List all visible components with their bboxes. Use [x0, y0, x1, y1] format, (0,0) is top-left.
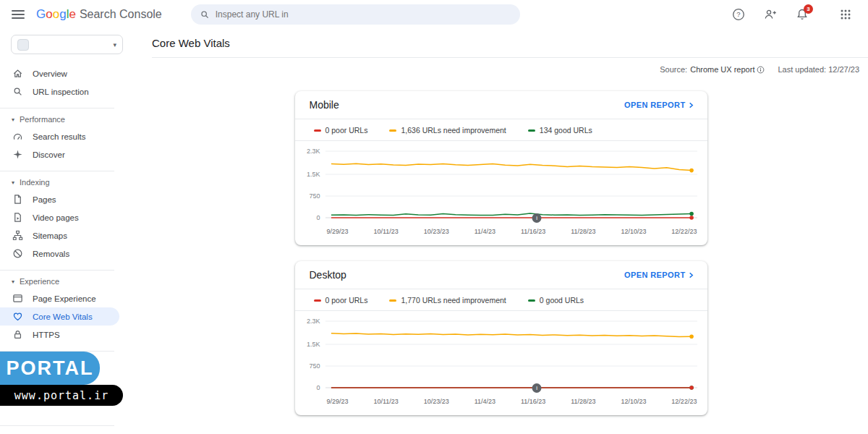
sidebar-item-label: Page Experience: [33, 294, 96, 303]
logo-letter: g: [59, 7, 66, 21]
legend-item: 0 good URLs: [528, 296, 584, 305]
main-header: Core Web Vitals: [152, 29, 868, 58]
portal-watermark: PORTAL: [0, 352, 100, 385]
legend-item: 134 good URLs: [528, 126, 592, 135]
chevron-right-icon: [688, 272, 694, 278]
legend-label: 1,636 URLs need improvement: [401, 126, 506, 135]
x-axis-label: 12/10/23: [621, 228, 646, 235]
chevron-down-icon: ▾: [12, 116, 14, 123]
desktop-card: Desktop OPEN REPORT 0 poor URLs1,770 URL…: [295, 261, 707, 415]
timeline-annotation-icon[interactable]: i: [532, 383, 542, 393]
open-report-link[interactable]: OPEN REPORT: [624, 271, 694, 279]
source-value[interactable]: Chrome UX report: [690, 65, 754, 74]
chart-legend: 0 poor URLs1,636 URLs need improvement13…: [295, 119, 707, 141]
sidebar-item-label: Discover: [33, 150, 65, 159]
legend-swatch: [314, 129, 321, 132]
search-icon: [12, 86, 23, 97]
sidebar-item-label: Removals: [33, 250, 69, 258]
sidebar-item-core-web-vitals[interactable]: Core Web Vitals: [0, 307, 119, 326]
y-tick-label: 0: [316, 214, 320, 221]
chevron-down-icon: ▾: [12, 278, 14, 285]
video-icon: [12, 212, 23, 223]
info-icon[interactable]: [757, 66, 765, 74]
y-tick-label: 750: [309, 192, 320, 200]
experience-icon: [12, 293, 23, 304]
notification-badge: 3: [804, 4, 813, 14]
legend-item: 0 poor URLs: [314, 296, 368, 305]
y-axis: 2.3K1.5K7500: [299, 147, 326, 223]
help-icon[interactable]: ?: [732, 8, 745, 21]
sparkle-icon: [12, 149, 23, 160]
sidebar-item-overview[interactable]: Overview: [0, 64, 119, 82]
x-axis-label: 12/10/23: [621, 398, 646, 405]
y-axis: 2.3K1.5K7500: [299, 317, 326, 393]
sidebar-section-enhancements[interactable]: ▾Enhancements: [0, 426, 134, 434]
legend-label: 134 good URLs: [540, 126, 592, 135]
legend-swatch: [389, 299, 396, 302]
portal-url-watermark: www.portal.ir: [0, 385, 123, 406]
property-selector[interactable]: ▾: [11, 35, 123, 54]
url-inspect-input[interactable]: [216, 9, 511, 20]
chart-legend: 0 poor URLs1,770 URLs need improvement0 …: [295, 289, 707, 311]
file-icon: [12, 194, 23, 205]
legend-item: 1,636 URLs need improvement: [389, 126, 506, 135]
legend-swatch: [528, 299, 535, 302]
chevron-right-icon: [688, 102, 694, 109]
sidebar-section-performance[interactable]: ▾Performance: [0, 109, 134, 127]
source-row: Source: Chrome UX report Last updated: 1…: [134, 65, 859, 74]
search-icon: [200, 9, 210, 20]
sidebar-item-pages[interactable]: Pages: [0, 190, 119, 208]
legend-label: 0 poor URLs: [326, 296, 368, 305]
x-axis-label: 10/23/23: [424, 398, 449, 405]
gauge-icon: [12, 131, 23, 142]
legend-item: 0 poor URLs: [314, 126, 368, 135]
chevron-down-icon: ▾: [113, 41, 116, 48]
sidebar-item-label: HTTPS: [33, 331, 60, 339]
manage-users-icon[interactable]: [764, 8, 777, 21]
sidebar-item-label: Search results: [33, 132, 86, 141]
card-title: Desktop: [310, 269, 346, 281]
source-label: Source:: [660, 65, 687, 74]
y-tick-label: 2.3K: [307, 318, 320, 325]
sidebar-item-label: Video pages: [33, 213, 79, 222]
y-tick-label: 0: [316, 384, 320, 391]
url-inspect-searchbox[interactable]: [191, 4, 520, 25]
sidebar-item-removals[interactable]: Removals: [0, 244, 119, 263]
sidebar-item-label: Sitemaps: [33, 231, 67, 240]
y-tick-label: 1.5K: [307, 171, 320, 178]
section-label: Indexing: [20, 178, 50, 187]
line-chart: i: [326, 317, 697, 393]
x-axis-label: 11/16/23: [521, 228, 545, 235]
y-tick-label: 1.5K: [307, 341, 320, 348]
x-axis-label: 11/4/23: [475, 398, 495, 405]
timeline-annotation-icon[interactable]: i: [532, 213, 542, 223]
sidebar-item-label: Pages: [33, 195, 56, 204]
legend-label: 0 poor URLs: [326, 126, 368, 135]
sidebar-item-label: Overview: [33, 69, 67, 78]
x-axis-label: 12/22/23: [671, 398, 697, 405]
svg-text:?: ?: [736, 10, 740, 18]
notifications-bell-icon[interactable]: 3: [796, 8, 809, 21]
sidebar-section-experience[interactable]: ▾Experience: [0, 271, 134, 289]
sidebar-item-video-pages[interactable]: Video pages: [0, 208, 119, 226]
x-axis-label: 11/16/23: [521, 398, 545, 405]
x-axis-label: 10/11/23: [373, 398, 398, 405]
legend-swatch: [528, 129, 535, 132]
sidebar-item-https[interactable]: HTTPS: [0, 326, 119, 344]
sidebar-section-indexing[interactable]: ▾Indexing: [0, 171, 134, 190]
sidebar-item-page-experience[interactable]: Page Experience: [0, 289, 119, 307]
apps-grid-icon[interactable]: [839, 8, 852, 21]
hamburger-menu-icon[interactable]: [12, 8, 25, 21]
google-logo: Google: [36, 7, 76, 22]
legend-swatch: [389, 129, 396, 132]
sidebar-item-search-results[interactable]: Search results: [0, 127, 119, 145]
x-axis-label: 10/11/23: [373, 228, 398, 235]
sidebar-item-url-inspection[interactable]: URL inspection: [0, 82, 119, 101]
sidebar-item-sitemaps[interactable]: Sitemaps: [0, 226, 119, 244]
x-axis: 9/29/2310/11/2310/23/2311/4/2311/16/2311…: [295, 223, 707, 245]
x-axis-label: 10/23/23: [424, 228, 449, 235]
sidebar-item-discover[interactable]: Discover: [0, 145, 119, 163]
y-tick-label: 750: [309, 362, 320, 370]
open-report-link[interactable]: OPEN REPORT: [624, 101, 694, 109]
home-icon: [12, 68, 23, 79]
